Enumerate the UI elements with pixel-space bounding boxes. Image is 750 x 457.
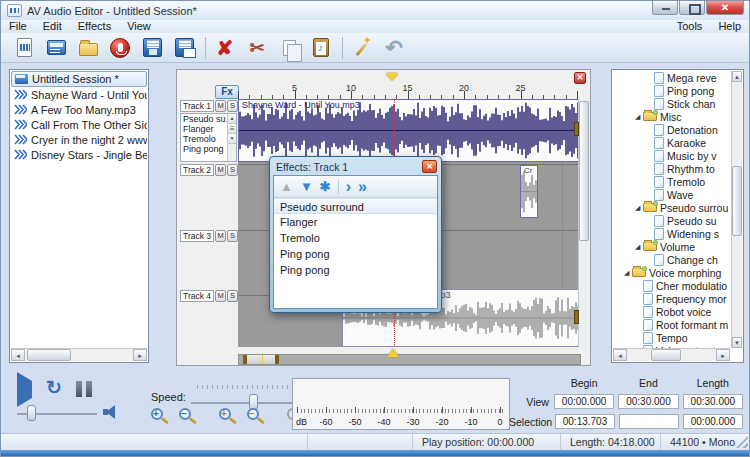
clip-resize-handle[interactable] <box>574 122 579 136</box>
cut-button[interactable]: ✂ <box>244 35 270 61</box>
solo-button[interactable]: S <box>227 230 238 242</box>
view-length-field[interactable]: 00:30.000 <box>683 394 743 409</box>
tree-effect-item[interactable]: Music by v <box>613 149 730 162</box>
expand-icon[interactable]: ◢ <box>635 243 643 251</box>
undo-button[interactable]: ↶ <box>381 35 407 61</box>
scroll-up-icon[interactable]: ▲ <box>732 71 742 82</box>
paste-button[interactable] <box>308 35 334 61</box>
editor-close-icon[interactable]: ✕ <box>574 72 586 84</box>
fx-button[interactable]: Fx <box>215 85 239 99</box>
track1-effects-scrollbar[interactable]: ▲☰▼ <box>227 114 236 161</box>
tree-effect-item[interactable]: Karaoke <box>613 136 730 149</box>
settings-gear-icon[interactable]: ✱ <box>320 180 331 193</box>
tree-effect-item[interactable]: Frequency mor <box>613 292 730 305</box>
scroll-right-icon[interactable]: ▸ <box>716 349 730 361</box>
tree-effect-item[interactable]: Detonation <box>613 123 730 136</box>
solo-button[interactable]: S <box>227 290 238 302</box>
selection-begin-field[interactable]: 00:13.703 <box>555 414 615 429</box>
dialog-effect-item[interactable]: Ping pong <box>274 246 437 262</box>
track-name-field[interactable]: Track 3 <box>180 230 214 242</box>
zoom-out-horizontal-button[interactable]: − <box>245 407 269 427</box>
volume-thumb[interactable] <box>27 405 36 421</box>
tree-effect-item[interactable]: Mega reve <box>613 71 730 84</box>
scroll-left-icon[interactable]: ◂ <box>613 349 627 361</box>
scroll-down-icon[interactable]: ▼ <box>228 134 236 144</box>
scroll-thumb[interactable]: ☰ <box>228 124 236 134</box>
tree-folder-item[interactable]: ◢Voice morphing <box>613 266 730 279</box>
dialog-effect-item[interactable]: Flanger <box>274 214 437 230</box>
session-hscrollbar[interactable]: ◂ ▸ <box>11 348 147 361</box>
audio-file-item[interactable]: A Few Too Many.mp3 <box>11 102 147 117</box>
audio-clip-track2[interactable]: Cr <box>520 165 538 218</box>
menu-view[interactable]: View <box>119 20 159 33</box>
maximize-button[interactable] <box>679 1 705 15</box>
zoom-out-button[interactable]: − <box>177 407 201 427</box>
clip-resize-handle[interactable] <box>574 310 579 324</box>
zoom-in-button[interactable]: + <box>149 407 173 427</box>
track-effect-item[interactable]: Flanger <box>181 124 227 134</box>
tree-effect-item[interactable]: Root formant m <box>613 318 730 331</box>
dialog-title-bar[interactable]: Effects: Track 1 ✕ <box>273 159 438 175</box>
solo-button[interactable]: S <box>227 100 238 112</box>
menu-effects[interactable]: Effects <box>70 20 119 33</box>
scroll-up-icon[interactable]: ▲ <box>228 114 236 124</box>
tree-effect-item[interactable]: Ping pong <box>613 84 730 97</box>
copy-button[interactable] <box>276 35 302 61</box>
editor-vscrollbar[interactable] <box>578 99 589 347</box>
tree-hscrollbar[interactable]: ◂ ▸ <box>613 348 730 361</box>
mute-button[interactable]: M <box>215 290 226 302</box>
pause-button[interactable] <box>76 381 92 397</box>
tree-vscrollbar[interactable]: ▲ ▼ <box>731 71 742 348</box>
tree-effect-item[interactable]: Robot voice <box>613 305 730 318</box>
zoom-in-horizontal-button[interactable]: + <box>217 407 241 427</box>
volume-slider[interactable] <box>17 412 97 416</box>
menu-tools[interactable]: Tools <box>669 20 711 33</box>
time-ruler[interactable]: 510152025 <box>238 85 581 99</box>
dialog-close-icon[interactable]: ✕ <box>422 160 437 173</box>
tree-folder-item[interactable]: ◢Misc <box>613 110 730 123</box>
effects-wand-button[interactable] <box>349 35 375 61</box>
scroll-left-icon[interactable]: ◂ <box>11 349 25 361</box>
scroll-down-icon[interactable]: ▼ <box>732 337 742 348</box>
scroll-right-icon[interactable]: ▸ <box>133 349 147 361</box>
track-name-field[interactable]: Track 4 <box>180 290 214 302</box>
solo-button[interactable]: S <box>227 164 238 176</box>
new-session-button[interactable] <box>43 35 69 61</box>
mute-button[interactable]: M <box>215 100 226 112</box>
audio-file-item[interactable]: Disney Stars - Jingle Bells.mp3 <box>11 147 147 162</box>
audio-file-item[interactable]: Cryer in the night 2 www.freerin <box>11 132 147 147</box>
open-audio-file-button[interactable] <box>11 35 37 61</box>
timeline-overview-bar[interactable] <box>238 354 581 365</box>
menu-file[interactable]: File <box>1 20 35 33</box>
tree-folder-item[interactable]: ◢Volume <box>613 240 730 253</box>
track-name-field[interactable]: Track 2 <box>180 164 214 176</box>
tree-effect-item[interactable]: Tremolo <box>613 175 730 188</box>
play-button[interactable] <box>17 381 32 399</box>
menu-edit[interactable]: Edit <box>35 20 70 33</box>
save-as-button[interactable] <box>171 35 197 61</box>
track-effect-item[interactable]: Tremolo <box>181 134 227 144</box>
tree-effect-item[interactable]: Rhythm to <box>613 162 730 175</box>
selection-length-field[interactable]: 00:00.000 <box>683 414 743 429</box>
tree-effect-item[interactable]: Tempo <box>613 331 730 344</box>
speaker-icon[interactable] <box>103 405 119 419</box>
delete-button[interactable]: ✘ <box>212 35 238 61</box>
move-up-icon[interactable]: ▲ <box>280 180 293 193</box>
mute-button[interactable]: M <box>215 164 226 176</box>
tree-effect-item[interactable]: Widening s <box>613 227 730 240</box>
dialog-effect-item[interactable]: Pseudo surround <box>274 198 437 214</box>
playhead-marker[interactable] <box>387 349 399 357</box>
tree-effect-item[interactable]: Change ch <box>613 253 730 266</box>
record-button[interactable] <box>107 35 133 61</box>
save-button[interactable] <box>139 35 165 61</box>
loop-button[interactable]: ↻ <box>46 379 62 398</box>
audio-file-item[interactable]: Call From The Other Side www. <box>11 117 147 132</box>
track-effect-item[interactable]: Pseudo su... <box>181 114 227 124</box>
expand-icon[interactable]: ◢ <box>635 113 643 121</box>
dialog-effect-item[interactable]: Tremolo <box>274 230 437 246</box>
close-button[interactable] <box>706 1 744 15</box>
audio-clip-track1[interactable]: Shayne Ward - Until You.mp3 <box>238 99 580 162</box>
view-begin-field[interactable]: 00:00.000 <box>554 394 614 409</box>
tree-effect-item[interactable]: Wave <box>613 188 730 201</box>
menu-help[interactable]: Help <box>710 20 749 33</box>
